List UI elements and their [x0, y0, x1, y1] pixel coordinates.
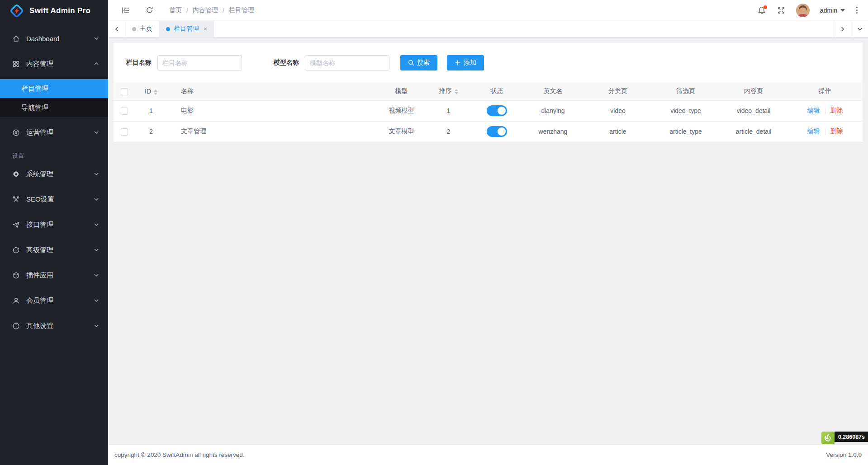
- header-filter-page: 筛选页: [652, 83, 720, 100]
- caret-down-icon: [840, 9, 845, 12]
- gear-icon: [12, 170, 20, 178]
- column-name-input[interactable]: [157, 55, 242, 70]
- sidebar-item-content-mgmt[interactable]: 内容管理: [0, 54, 108, 74]
- edit-link[interactable]: 编辑: [807, 107, 820, 115]
- tab-dot: [166, 27, 170, 31]
- row-checkbox[interactable]: [121, 128, 128, 136]
- header-status: 状态: [472, 83, 522, 100]
- sidebar-item-label: 其他设置: [26, 322, 53, 330]
- header-category-page: 分类页: [584, 83, 652, 100]
- breadcrumb-home[interactable]: 首页: [169, 6, 182, 14]
- select-all-checkbox[interactable]: [121, 88, 128, 95]
- username: admin: [820, 7, 837, 14]
- chevron-down-icon: [94, 272, 99, 278]
- header-english: 英文名: [522, 83, 584, 100]
- plus-icon: [455, 60, 461, 66]
- sidebar-item-label: 接口管理: [26, 221, 53, 229]
- cell-category-page: article: [584, 121, 652, 142]
- logo[interactable]: Swift Admin Pro: [0, 0, 108, 22]
- row-checkbox[interactable]: [121, 108, 128, 115]
- status-toggle[interactable]: [487, 105, 507, 116]
- sidebar-item-api-mgmt[interactable]: 接口管理: [0, 215, 108, 235]
- topbar: 首页 / 内容管理 / 栏目管理: [108, 0, 868, 21]
- chevron-down-icon: [94, 36, 99, 41]
- model-name-label: 模型名称: [274, 59, 299, 67]
- sidebar-subitem-nav-mgmt[interactable]: 导航管理: [0, 98, 108, 117]
- delete-link[interactable]: 删除: [830, 127, 843, 136]
- header-name: 名称: [167, 83, 378, 100]
- sidebar-item-label: 运营管理: [26, 128, 53, 137]
- header-actions: 操作: [787, 83, 863, 100]
- topbar-right: admin: [757, 4, 857, 17]
- chevron-down-icon: [94, 171, 99, 177]
- cell-content-page: article_detail: [720, 121, 787, 142]
- edit-link[interactable]: 编辑: [807, 127, 820, 136]
- cell-english: wenzhang: [522, 121, 584, 142]
- sort-icon[interactable]: [455, 89, 458, 94]
- more-options-icon[interactable]: [855, 6, 857, 14]
- sidebar-item-label: SEO设置: [26, 195, 54, 204]
- cell-sort: 1: [425, 100, 472, 121]
- tabs-menu-icon[interactable]: [851, 21, 868, 37]
- sidebar-item-advanced-mgmt[interactable]: 高级管理: [0, 240, 108, 260]
- yen-circle-icon: [12, 129, 20, 136]
- cell-filter-page: article_type: [652, 121, 720, 142]
- status-toggle[interactable]: [487, 126, 507, 137]
- grid-icon: [12, 60, 20, 68]
- notification-bell-icon[interactable]: [757, 6, 766, 15]
- cell-content-page: video_detail: [720, 100, 787, 121]
- cell-english: dianying: [522, 100, 584, 121]
- sidebar-item-dashboard[interactable]: Dashboard: [0, 28, 108, 48]
- header-model: 模型: [378, 83, 425, 100]
- cell-id: 2: [135, 121, 167, 142]
- user-menu[interactable]: admin: [820, 7, 845, 14]
- filter-row: 栏目名称 模型名称 搜索 添加: [114, 43, 863, 83]
- sidebar-subitem-column-mgmt[interactable]: 栏目管理: [0, 79, 108, 98]
- sidebar-item-member-mgmt[interactable]: 会员管理: [0, 291, 108, 310]
- chevron-down-icon: [94, 130, 99, 135]
- sidebar-item-label: 高级管理: [26, 246, 53, 254]
- sidebar-item-plugin-apps[interactable]: 插件应用: [0, 265, 108, 285]
- header-sort[interactable]: 排序: [425, 83, 472, 100]
- delete-link[interactable]: 删除: [830, 107, 843, 115]
- close-icon[interactable]: ×: [204, 26, 207, 32]
- cell-sort: 2: [425, 121, 472, 142]
- tabbar: 主页 栏目管理 ×: [108, 21, 868, 38]
- cell-model: 文章模型: [378, 121, 425, 142]
- search-button[interactable]: 搜索: [400, 55, 437, 70]
- sidebar-item-label: 插件应用: [26, 271, 53, 280]
- sidebar-item-system-mgmt[interactable]: 系统管理: [0, 164, 108, 184]
- chevron-up-icon: [94, 61, 99, 66]
- refresh-circle-icon: [12, 246, 20, 254]
- copyright-text: copyright © 2020 SwiftAdmin all rights r…: [114, 451, 245, 458]
- cube-icon: [12, 272, 20, 279]
- sidebar-item-label: 系统管理: [26, 170, 53, 178]
- menu-fold-icon[interactable]: [121, 6, 130, 15]
- tabs-scroll-right-icon[interactable]: [834, 21, 851, 37]
- app-logo-icon: [9, 3, 24, 19]
- columns-table: ID 名称 模型 排序 状态 英文名 分类页 筛选页 内容页 操作: [114, 83, 863, 142]
- sidebar-item-seo-settings[interactable]: SEO设置: [0, 189, 108, 209]
- chevron-down-icon: [94, 323, 99, 329]
- tabs-scroll-left-icon[interactable]: [108, 21, 125, 37]
- refresh-icon[interactable]: [145, 6, 154, 14]
- fullscreen-icon[interactable]: [777, 6, 786, 15]
- header-id[interactable]: ID: [135, 83, 167, 100]
- model-name-input[interactable]: [305, 55, 389, 70]
- elapsed-time-badge: 0.286087s: [835, 432, 868, 442]
- page-render-timer: 0.286087s: [821, 432, 868, 444]
- sort-icon[interactable]: [154, 89, 157, 95]
- tab-home[interactable]: 主页: [125, 21, 159, 37]
- breadcrumb-content-mgmt[interactable]: 内容管理: [193, 6, 218, 14]
- avatar[interactable]: [796, 4, 810, 17]
- sidebar-item-operation-mgmt[interactable]: 运营管理: [0, 122, 108, 142]
- sidebar-item-other-settings[interactable]: 其他设置: [0, 316, 108, 336]
- tab-dot: [132, 27, 136, 31]
- chevron-down-icon: [94, 298, 99, 303]
- home-icon: [12, 35, 20, 42]
- tools-icon: [12, 196, 20, 203]
- add-button[interactable]: 添加: [447, 55, 484, 70]
- breadcrumb-column-mgmt[interactable]: 栏目管理: [229, 6, 254, 14]
- tab-column-mgmt[interactable]: 栏目管理 ×: [159, 21, 214, 37]
- table-header-row: ID 名称 模型 排序 状态 英文名 分类页 筛选页 内容页 操作: [114, 83, 863, 100]
